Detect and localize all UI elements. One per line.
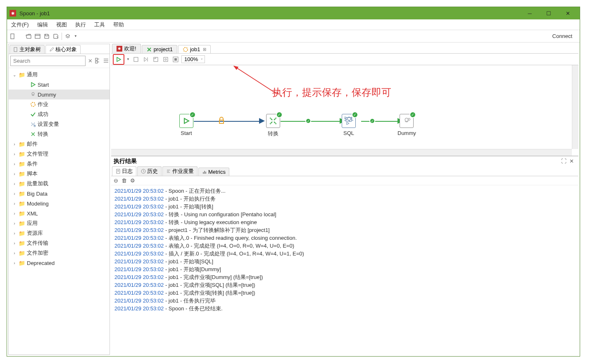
expand-icon[interactable]: › — [12, 201, 17, 206]
tree-folder[interactable]: ›📁XML — [9, 208, 109, 218]
tree-folder[interactable]: ›📁脚本 — [9, 169, 109, 179]
sidebar-tab-objects-tree[interactable]: 主对象树 — [10, 45, 45, 54]
expand-icon[interactable]: › — [12, 152, 17, 156]
log-line: 2021/01/29 20:53:02 - job1 - 开始项[Dummy] — [114, 265, 575, 273]
tree-folder[interactable]: ›📁Modeling — [9, 199, 109, 208]
collapse-icon[interactable]: ⌄ — [12, 73, 17, 77]
save-icon[interactable] — [43, 33, 50, 40]
tree-folder[interactable]: ›📁资源库 — [9, 228, 109, 238]
tree-folder[interactable]: ›📁文件传输 — [9, 238, 109, 248]
tab-project1[interactable]: project1 — [142, 45, 177, 53]
tree-folder[interactable]: ›📁文件管理 — [9, 149, 109, 159]
expand-icon[interactable]: › — [12, 182, 17, 186]
tree-label: 通用 — [27, 71, 38, 78]
clear-search-icon[interactable]: ✕ — [88, 58, 93, 64]
menu-edit[interactable]: 编辑 — [36, 20, 50, 29]
maximize-button[interactable]: ☐ — [539, 7, 558, 19]
node-transform[interactable]: ✓ 转换 — [266, 114, 280, 137]
menu-tools[interactable]: 工具 — [93, 20, 107, 29]
tab-job1[interactable]: job1 ⊠ — [178, 45, 211, 53]
canvas-scrollbar-horizontal[interactable] — [111, 149, 572, 156]
folder-icon: 📁 — [19, 181, 25, 187]
log-settings-icon[interactable]: ⚙ — [130, 177, 135, 184]
log-trash-icon[interactable]: 🗑 — [121, 177, 127, 184]
expand-icon[interactable]: › — [12, 261, 17, 265]
tree-folder[interactable]: ›📁应用 — [9, 218, 109, 228]
tree-folder[interactable]: ›📁批量加载 — [9, 179, 109, 189]
search-input[interactable] — [10, 56, 86, 66]
expand-icon[interactable]: › — [12, 231, 17, 236]
log-message: - 表输入.0 - 完成处理 (I=4, O=0, R=0, W=4, U=0,… — [164, 243, 294, 249]
canvas-scrollbar-vertical[interactable] — [572, 65, 578, 149]
layers-dropdown[interactable]: ▼ — [74, 34, 78, 38]
log-clear-one-icon[interactable]: ⊖ — [114, 177, 118, 184]
tree-leaf[interactable]: Dummy — [9, 90, 109, 99]
editor-tabs: ✱ 欢迎! project1 job1 ⊠ — [111, 44, 578, 54]
replay-button[interactable] — [142, 55, 150, 64]
tree-leaf[interactable]: 成功 — [9, 109, 109, 119]
menu-help[interactable]: 帮助 — [112, 20, 126, 29]
app-window: ✱ Spoon - job1 ─ ☐ ✕ 文件(F) 编辑 视图 执行 工具 帮… — [7, 7, 580, 357]
saveas-icon[interactable] — [52, 33, 59, 40]
results-tab-log[interactable]: 日志 — [112, 166, 136, 176]
tree-folder[interactable]: ›📁文件加密 — [9, 248, 109, 258]
minimize-button[interactable]: ─ — [520, 7, 539, 19]
expand-icon[interactable]: › — [12, 191, 17, 196]
results-tab-metrics-job[interactable]: 作业度量 — [162, 166, 198, 176]
tree-folder-root[interactable]: ⌄ 📁 通用 — [9, 70, 109, 80]
expand-icon[interactable]: › — [12, 162, 17, 166]
hop-unconditional[interactable] — [194, 121, 260, 122]
collapse-all-icon[interactable] — [103, 58, 109, 64]
log-line: 2021/01/29 20:53:02 - Spoon - 任务已经结束. — [114, 305, 575, 312]
expand-icon[interactable]: › — [12, 241, 17, 246]
expand-all-icon[interactable] — [95, 58, 101, 64]
expand-icon[interactable]: › — [12, 251, 17, 255]
layers-icon[interactable] — [64, 33, 71, 40]
open-icon[interactable] — [25, 33, 32, 40]
expand-icon[interactable]: › — [12, 172, 17, 176]
results-tab-history[interactable]: 历史 — [137, 166, 162, 176]
menu-run[interactable]: 执行 — [74, 20, 88, 29]
menu-view[interactable]: 视图 — [55, 20, 69, 29]
expand-icon[interactable]: › — [12, 211, 17, 216]
tree-folder[interactable]: ›📁邮件 — [9, 139, 109, 149]
run-button[interactable] — [114, 55, 123, 64]
job-canvas[interactable]: 执行，提示保存，保存即可 ✓ ✓ ✓ Start ✓ 转换 — [111, 65, 578, 156]
tree-folder[interactable]: ›📁Deprecated — [9, 258, 109, 268]
tree-folder[interactable]: ›📁条件 — [9, 159, 109, 169]
svg-rect-0 — [11, 34, 14, 39]
log-line: 2021/01/29 20:53:02 - 插入 / 更新.0 - 完成处理 (… — [114, 250, 575, 258]
results-tab-metrics[interactable]: Metrics — [198, 168, 229, 176]
tree-leaf[interactable]: 设置变量 — [9, 119, 109, 129]
tree-leaf[interactable]: 转换 — [9, 129, 109, 139]
maximize-panel-icon[interactable]: ⛶ — [561, 158, 568, 165]
sql-button[interactable] — [162, 55, 170, 64]
new-icon[interactable] — [10, 33, 16, 40]
connect-link[interactable]: Connect — [552, 33, 577, 39]
node-sql[interactable]: SQL✓ SQL — [342, 114, 356, 136]
tree-leaf[interactable]: 作业 — [9, 99, 109, 109]
expand-icon[interactable]: › — [12, 142, 17, 147]
expand-button[interactable] — [171, 55, 180, 64]
close-tab-icon[interactable]: ⊠ — [203, 47, 206, 52]
zoom-value: 100% — [184, 56, 198, 62]
zoom-select[interactable]: 100%⌄ — [181, 55, 205, 63]
hop-success[interactable] — [361, 121, 398, 122]
log-body[interactable]: 2021/01/29 20:53:02 - Spoon - 正在开始任务...2… — [111, 185, 578, 355]
close-button[interactable]: ✕ — [558, 7, 577, 19]
tree-leaf[interactable]: Start — [9, 80, 109, 90]
folder-icon: 📁 — [19, 72, 25, 78]
tree-folder[interactable]: ›📁Big Data — [9, 189, 109, 199]
node-start[interactable]: ✓ Start — [179, 114, 193, 136]
explore-icon[interactable] — [34, 33, 41, 40]
run-dropdown[interactable]: ▼ — [126, 57, 130, 61]
check-button[interactable] — [152, 55, 160, 64]
tab-welcome[interactable]: ✱ 欢迎! — [112, 44, 141, 53]
node-dummy[interactable]: ✓ Dummy — [397, 114, 416, 136]
menu-file[interactable]: 文件(F) — [10, 20, 31, 29]
sidebar-tab-core-objects[interactable]: 核心对象 — [45, 45, 81, 54]
chart-icon — [202, 170, 207, 175]
stop-button[interactable] — [132, 55, 140, 64]
expand-icon[interactable]: › — [12, 221, 17, 226]
close-panel-icon[interactable]: ✕ — [569, 158, 576, 165]
